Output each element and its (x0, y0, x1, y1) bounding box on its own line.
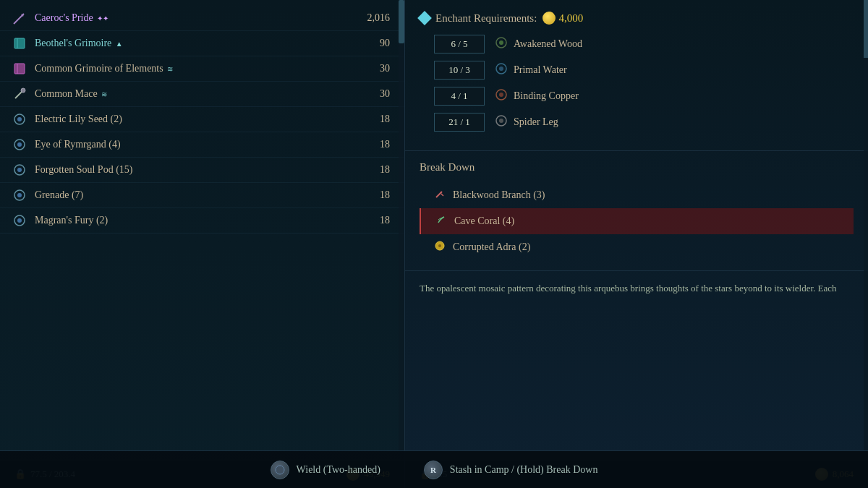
item-left-common-mace: Common Mace ≋ (12, 86, 107, 102)
item-row-caerics-pride[interactable]: Caeroc's Pride ✦✦2,016 (0, 6, 404, 31)
svg-point-19 (499, 40, 503, 45)
item-icon-forgotten-soul-pod (12, 162, 27, 178)
item-icon-common-grimoire-elements (12, 61, 27, 77)
qty-box-1: 10 / 3 (434, 61, 485, 80)
requirement-row-1: 10 / 3Primal Water (420, 61, 854, 80)
wield-action[interactable]: Wield (Two-handed) (271, 461, 380, 479)
item-icon-grenade (12, 187, 27, 203)
svg-rect-2 (14, 38, 25, 48)
breakdown-item-0: Blackwood Branch (3) (420, 182, 854, 208)
item-left-beothels-grimoire: Beothel's Grimoire ▲ (12, 35, 123, 51)
enchant-cost: 4,000 (542, 12, 583, 25)
right-panel: Enchant Requirements: 4,000 6 / 5Awakene… (405, 0, 868, 488)
item-row-forgotten-soul-pod[interactable]: Forgotten Soul Pod (15)18 (0, 158, 404, 183)
item-left-forgotten-soul-pod: Forgotten Soul Pod (15) (12, 162, 132, 178)
item-icon-magrans-fury (12, 213, 27, 228)
wield-label: Wield (Two-handed) (297, 464, 380, 476)
item-icon-eye-of-rymrgand (12, 137, 27, 153)
svg-point-31 (276, 466, 284, 474)
item-value-common-grimoire-elements: 30 (354, 63, 390, 74)
item-name-caerics-pride: Caeroc's Pride ✦✦ (35, 12, 109, 24)
svg-point-15 (17, 193, 22, 197)
enchant-section: Enchant Requirements: 4,000 6 / 5Awakene… (405, 0, 868, 151)
item-row-beothels-grimoire[interactable]: Beothel's Grimoire ▲90 (0, 31, 404, 56)
req-item-2: Binding Copper (495, 88, 579, 104)
item-row-grenade[interactable]: Grenade (7)18 (0, 183, 404, 208)
breakdown-header: Break Down (420, 161, 854, 174)
item-value-electric-lily-seed: 18 (354, 114, 390, 125)
item-value-eye-of-rymrgand: 18 (354, 139, 390, 150)
svg-point-30 (438, 244, 441, 247)
breakdown-name-2: Corrupted Adra (2) (453, 241, 530, 253)
item-left-grenade: Grenade (7) (12, 187, 83, 203)
item-name-electric-lily-seed: Electric Lily Seed (2) (35, 114, 122, 125)
left-scrollbar[interactable] (399, 0, 404, 450)
item-name-grenade: Grenade (7) (35, 189, 83, 201)
bottom-bar: Wield (Two-handed) R Stash in Camp / (Ho… (0, 450, 868, 488)
item-sparkle-common-mace: ≋ (100, 90, 108, 98)
requirement-row-2: 4 / 1Binding Copper (420, 87, 854, 106)
svg-rect-4 (14, 64, 25, 74)
req-name-0: Awakened Wood (514, 38, 582, 50)
req-icon-2 (495, 88, 508, 104)
breakdown-name-0: Blackwood Branch (3) (453, 189, 545, 201)
item-list: Caeroc's Pride ✦✦2,016Beothel's Grimoire… (0, 0, 404, 460)
right-scrollbar[interactable] (864, 0, 868, 450)
svg-point-21 (499, 67, 503, 71)
item-row-magrans-fury[interactable]: Magran's Fury (2)18 (0, 208, 404, 234)
req-icon-3 (495, 114, 508, 130)
req-item-3: Spider Leg (495, 114, 558, 130)
enchant-header-label: Enchant Requirements: (435, 12, 537, 25)
item-sparkle-caerics-pride: ✦✦ (95, 14, 109, 22)
item-sparkle-beothels-grimoire: ▲ (114, 40, 122, 48)
svg-line-28 (441, 194, 443, 196)
item-value-caerics-pride: 2,016 (354, 12, 390, 24)
item-value-common-mace: 30 (354, 88, 390, 100)
svg-line-6 (15, 91, 22, 98)
breakdown-icon-1 (435, 214, 447, 228)
item-value-magrans-fury: 18 (354, 215, 390, 226)
item-name-forgotten-soul-pod: Forgotten Soul Pod (15) (35, 164, 132, 176)
item-icon-beothels-grimoire (12, 35, 27, 51)
breakdown-items: Blackwood Branch (3)Cave Coral (4)Corrup… (420, 182, 854, 260)
qty-box-2: 4 / 1 (434, 87, 485, 106)
req-item-1: Primal Water (495, 62, 567, 78)
item-value-forgotten-soul-pod: 18 (354, 164, 390, 176)
req-name-3: Spider Leg (514, 116, 558, 128)
req-name-1: Primal Water (514, 64, 567, 76)
enchant-header: Enchant Requirements: 4,000 (420, 12, 854, 25)
svg-point-7 (21, 88, 25, 93)
stash-label: Stash in Camp / (Hold) Break Down (450, 464, 598, 476)
item-row-common-mace[interactable]: Common Mace ≋30 (0, 82, 404, 107)
breakdown-item-2: Corrupted Adra (2) (420, 234, 854, 260)
item-icon-common-mace (12, 86, 27, 102)
breakdown-section: Break Down Blackwood Branch (3)Cave Cora… (405, 151, 868, 271)
left-scrollbar-thumb[interactable] (399, 0, 404, 43)
item-left-electric-lily-seed: Electric Lily Seed (2) (12, 111, 122, 127)
left-panel: Caeroc's Pride ✦✦2,016Beothel's Grimoire… (0, 0, 405, 488)
qty-box-3: 21 / 1 (434, 113, 485, 132)
description-text: The opalescent mosaic pattern decorating… (420, 281, 854, 296)
breakdown-name-1: Cave Coral (4) (454, 215, 514, 227)
req-name-2: Binding Copper (514, 90, 579, 102)
item-left-common-grimoire-elements: Common Grimoire of Elements ≋ (12, 61, 173, 77)
item-row-eye-of-rymrgand[interactable]: Eye of Rymrgand (4)18 (0, 132, 404, 158)
item-left-eye-of-rymrgand: Eye of Rymrgand (4) (12, 137, 121, 153)
req-item-0: Awakened Wood (495, 36, 582, 52)
svg-point-13 (17, 168, 22, 172)
breakdown-item-1: Cave Coral (4) (420, 208, 854, 234)
gold-icon-enchant (542, 12, 556, 25)
requirement-rows: 6 / 5Awakened Wood10 / 3Primal Water4 / … (420, 35, 854, 132)
item-row-electric-lily-seed[interactable]: Electric Lily Seed (2)18 (0, 107, 404, 132)
item-icon-caerics-pride (12, 10, 27, 26)
stash-action[interactable]: R Stash in Camp / (Hold) Break Down (424, 461, 598, 479)
item-name-eye-of-rymrgand: Eye of Rymrgand (4) (35, 139, 121, 150)
item-value-grenade: 18 (354, 189, 390, 201)
item-row-common-grimoire-elements[interactable]: Common Grimoire of Elements ≋30 (0, 56, 404, 82)
item-name-magrans-fury: Magran's Fury (2) (35, 215, 108, 226)
svg-point-11 (17, 142, 22, 147)
diamond-icon (417, 11, 432, 25)
right-scrollbar-thumb[interactable] (864, 0, 868, 58)
req-icon-0 (495, 36, 508, 52)
stash-key-icon: R (424, 461, 443, 479)
